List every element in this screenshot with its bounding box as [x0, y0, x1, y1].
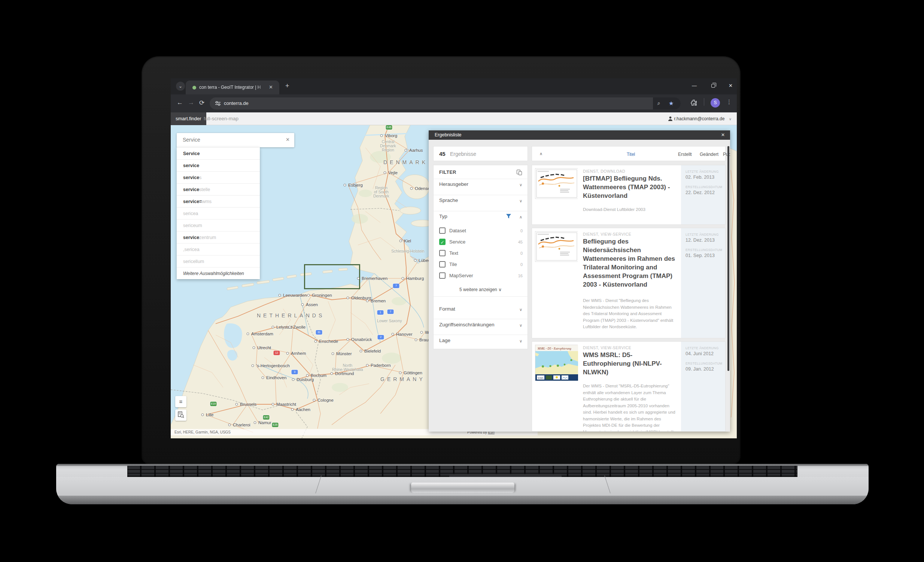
map-city-dot — [366, 300, 369, 302]
forward-button[interactable]: → — [188, 99, 194, 107]
map-label-city: Bremen — [370, 299, 386, 303]
result-title[interactable]: Befliegung des Niedersächsischen Wattenm… — [583, 237, 676, 289]
profile-avatar[interactable]: S — [711, 98, 720, 108]
search-suggestion[interactable]: services — [177, 171, 260, 183]
map-canvas[interactable]: ViborgCentralDenmarkRegionAarhusDENMARKV… — [171, 125, 737, 438]
date-created-value: 22. Dez. 2012 — [686, 190, 725, 195]
map-label-city: Arnhem — [291, 351, 306, 356]
search-suggestion[interactable]: service — [177, 159, 260, 171]
sort-direction-icon[interactable]: ∧ — [540, 151, 543, 156]
browser-tab-strip: ⌄ con terra - GeoIT Integrator | H ✕ + —… — [171, 78, 737, 95]
search-input[interactable]: Service ✕ — [177, 133, 294, 147]
map-label-city: Namur — [258, 421, 272, 425]
date-changed-label: LETZTE ÄNDERUNG — [686, 346, 725, 350]
checkbox-text[interactable] — [439, 250, 446, 256]
legend-button[interactable] — [175, 410, 186, 421]
laptop-base — [56, 464, 868, 504]
road-shield: 3 — [292, 370, 298, 374]
result-description: Download-Dienst Luftbilder 2003 — [583, 206, 676, 213]
filter-group-herausgeber[interactable]: Herausgeber — [439, 181, 468, 187]
map-label-city: Kiel — [404, 239, 411, 243]
window-minimize-button[interactable]: — — [692, 83, 697, 89]
result-title[interactable]: WMS MSRL: D5-Euthrophierung (NI-NLPV-NLW… — [583, 351, 676, 377]
search-suggestion[interactable]: servicezentrum — [177, 231, 260, 243]
result-thumbnail: MSRL - D5 - Eutrophierung WMS — [535, 345, 578, 381]
map-label-city: Esbjerg — [348, 183, 363, 187]
map-label-country: DENMARK — [383, 159, 428, 165]
result-kicker: DIENST, DOWNLOAD — [583, 169, 625, 173]
sort-column-erstellt[interactable]: Erstellt — [678, 152, 692, 157]
smartfinder-app-bar: smart.finder full-screen-map r.hackmann@… — [171, 113, 737, 125]
sort-column-titel[interactable]: Titel — [627, 152, 635, 157]
window-close-button[interactable]: ✕ — [729, 83, 733, 89]
checkbox-mapserver[interactable] — [439, 272, 446, 279]
search-suggestion[interactable]: ,sericea — [177, 243, 260, 255]
road-shield: E19 — [210, 402, 217, 406]
results-panel-header[interactable]: Ergebnisliste ✕ — [429, 131, 730, 140]
result-card[interactable]: DIENST, DOWNLOAD[BfTMAP] Befliegung Nds.… — [532, 165, 726, 225]
road-shield: 7 — [387, 310, 394, 314]
chevron-down-icon: ∨ — [519, 198, 522, 203]
checkbox-dataset[interactable] — [439, 227, 446, 234]
tab-search-button[interactable]: ⌄ — [176, 82, 185, 91]
search-suggestion[interactable]: sericeum — [177, 219, 260, 231]
panel-scrollbar[interactable] — [728, 146, 729, 371]
address-bar[interactable]: conterra.de ⌕ ★ — [210, 98, 681, 110]
smartfinder-logo[interactable]: smart.finder — [171, 113, 206, 125]
map-city-dot — [291, 409, 294, 411]
map-city-dot — [201, 414, 204, 416]
map-city-dot — [357, 277, 360, 280]
search-suggestions: Serviceserviceservicesservicestelleservi… — [177, 147, 260, 279]
site-settings-icon[interactable] — [215, 101, 221, 107]
filter-save-icon[interactable] — [516, 169, 522, 175]
filter-group-format[interactable]: Format — [439, 306, 455, 312]
checkbox-service[interactable]: ✓ — [439, 239, 446, 245]
filter-group-typ[interactable]: Typ — [439, 213, 447, 219]
results-panel-title: Ergebnisliste — [435, 132, 462, 138]
search-suggestion[interactable]: servicestelle — [177, 183, 260, 195]
browser-menu-icon[interactable]: ⋮ — [726, 99, 732, 105]
sort-column-geändert[interactable]: Geändert — [700, 152, 718, 157]
layer-list-button[interactable]: ≡ — [175, 396, 186, 407]
map-city-dot — [380, 135, 383, 137]
back-button[interactable]: ← — [177, 99, 183, 107]
results-panel-close-icon[interactable]: ✕ — [721, 132, 725, 138]
reload-button[interactable]: ⟳ — [199, 99, 204, 107]
search-suggestion[interactable]: service=wms — [177, 195, 260, 207]
search-suggestion[interactable]: sericellum — [177, 255, 260, 267]
browser-tab[interactable]: con terra - GeoIT Integrator | H ✕ — [186, 81, 279, 95]
result-card[interactable]: MSRL - D5 - Eutrophierung WMS DIENST, VI… — [532, 341, 726, 431]
search-suggestion[interactable]: sericea — [177, 207, 260, 219]
map-city-dot — [405, 149, 407, 152]
map-label-region: Regionof SouthDenmark — [373, 186, 389, 198]
filter-group-sprache[interactable]: Sprache — [439, 197, 458, 203]
url-text: conterra.de — [224, 101, 249, 106]
checkbox-tile[interactable] — [439, 261, 446, 267]
map-label-city: Maastricht — [276, 402, 296, 407]
search-icon[interactable]: ⌕ — [657, 100, 660, 107]
show-more-filters[interactable]: 5 weitere anzeigen ∨ — [434, 287, 528, 292]
filter-option-count: 16 — [518, 273, 523, 278]
user-menu[interactable]: r.hackmann@conterra.de ∨ — [668, 113, 732, 125]
tab-close-icon[interactable]: ✕ — [269, 84, 273, 90]
user-icon — [668, 116, 673, 121]
new-tab-button[interactable]: + — [285, 82, 290, 90]
map-label-city: Odense — [415, 186, 430, 191]
date-created-value: 09. Jan. 2012 — [686, 367, 725, 372]
road-shield: 31 — [316, 330, 322, 335]
laptop-screen: ⌄ con terra - GeoIT Integrator | H ✕ + —… — [171, 78, 737, 438]
filter-group-lage[interactable]: Lage — [439, 338, 450, 343]
search-more-options[interactable]: Weitere Auswahlmöglichkeiten — [177, 267, 260, 279]
search-suggestion[interactable]: Service — [177, 147, 260, 159]
map-label-city: Paderborn — [370, 363, 391, 368]
clear-search-icon[interactable]: ✕ — [286, 137, 290, 142]
filter-group-zugriff[interactable]: Zugriffseinschränkungen — [439, 322, 495, 328]
extensions-icon[interactable] — [690, 99, 697, 106]
bookmark-star-icon[interactable]: ★ — [669, 100, 674, 107]
result-title[interactable]: [BfTMAP] Befliegung Nds. Wattenmeeres (T… — [583, 174, 676, 200]
result-card[interactable]: DIENST, VIEW-SERVICEBefliegung des Niede… — [532, 228, 726, 338]
chevron-down-icon: ∨ — [519, 182, 522, 187]
date-created-value: 01. Sep. 2013 — [686, 253, 725, 258]
window-restore-button[interactable] — [711, 84, 715, 88]
map-city-dot — [292, 379, 295, 381]
